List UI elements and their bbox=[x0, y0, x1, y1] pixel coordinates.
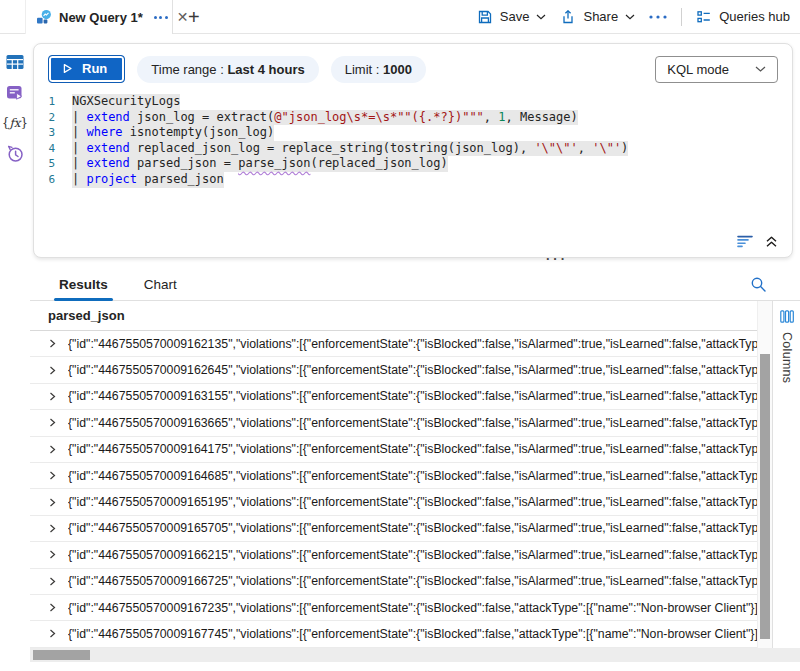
line-number: 6 bbox=[34, 172, 72, 188]
grid-rows: {"id":"4467550570009162135","violations"… bbox=[30, 331, 757, 648]
table-row[interactable]: {"id":"4467550570009166215","violations"… bbox=[30, 542, 757, 568]
play-icon bbox=[62, 63, 73, 74]
query-mode-select[interactable]: KQL mode bbox=[655, 56, 778, 83]
vertical-scrollbar-thumb[interactable] bbox=[760, 354, 770, 639]
row-expand-icon[interactable] bbox=[48, 366, 57, 375]
history-icon[interactable] bbox=[6, 145, 24, 163]
table-row[interactable]: {"id":"4467550570009167745","violations"… bbox=[30, 621, 757, 647]
row-json-value: {"id":"4467550570009165195","violations"… bbox=[68, 495, 757, 509]
table-row[interactable]: {"id":"4467550570009163155","violations"… bbox=[30, 384, 757, 410]
tab-more-icon[interactable] bbox=[154, 16, 168, 19]
row-expand-icon[interactable] bbox=[48, 577, 57, 586]
saved-queries-icon[interactable] bbox=[6, 85, 24, 101]
time-range-picker[interactable]: Time range : Last 4 hours bbox=[137, 56, 318, 83]
table-row[interactable]: {"id":"4467550570009162645","violations"… bbox=[30, 357, 757, 383]
tab-close-icon[interactable]: ✕ bbox=[177, 10, 189, 24]
line-number: 3 bbox=[34, 125, 72, 141]
code-text: | extend json_log = extract(@"json_log\s… bbox=[72, 110, 578, 126]
code-line[interactable]: 6| project parsed_json bbox=[34, 172, 792, 188]
code-text: | project parsed_json bbox=[72, 172, 224, 188]
save-button[interactable]: Save bbox=[477, 9, 547, 25]
columns-icon bbox=[780, 310, 794, 323]
row-json-value: {"id":"4467550570009166725","violations"… bbox=[68, 574, 757, 588]
row-json-value: {"id":"4467550570009166215","violations"… bbox=[68, 548, 757, 562]
row-expand-icon[interactable] bbox=[48, 524, 57, 533]
bottom-gap bbox=[30, 662, 800, 671]
chevron-down-icon bbox=[755, 66, 766, 73]
save-icon bbox=[477, 9, 493, 25]
more-commands-button[interactable] bbox=[649, 15, 667, 19]
column-header-label: parsed_json bbox=[48, 308, 125, 323]
left-rail: {ƒx} bbox=[0, 34, 30, 671]
search-icon[interactable] bbox=[750, 276, 767, 293]
line-number: 5 bbox=[34, 156, 72, 172]
code-editor[interactable]: 1NGXSecurityLogs2| extend json_log = ext… bbox=[34, 94, 792, 188]
editor-actions bbox=[737, 235, 778, 248]
table-row[interactable]: {"id":"4467550570009162135","violations"… bbox=[30, 331, 757, 357]
vertical-scrollbar[interactable] bbox=[757, 301, 772, 648]
share-label: Share bbox=[583, 9, 618, 24]
code-line[interactable]: 1NGXSecurityLogs bbox=[34, 94, 792, 110]
line-number: 1 bbox=[34, 94, 72, 110]
row-json-value: {"id":"4467550570009163155","violations"… bbox=[68, 389, 757, 403]
row-expand-icon[interactable] bbox=[48, 471, 57, 480]
row-expand-icon[interactable] bbox=[48, 550, 57, 559]
code-text: | where isnotempty(json_log) bbox=[72, 125, 274, 141]
row-expand-icon[interactable] bbox=[48, 498, 57, 507]
collapse-editor-icon[interactable] bbox=[765, 235, 778, 248]
functions-icon[interactable]: {ƒx} bbox=[2, 116, 29, 130]
tables-icon[interactable] bbox=[6, 54, 24, 70]
row-expand-icon[interactable] bbox=[48, 392, 57, 401]
tab-results[interactable]: Results bbox=[59, 277, 108, 300]
results-tab-row: Results Chart bbox=[30, 272, 800, 301]
limit-label: Limit : bbox=[345, 62, 380, 77]
horizontal-scrollbar[interactable] bbox=[30, 648, 800, 662]
row-expand-icon[interactable] bbox=[48, 445, 57, 454]
share-button[interactable]: Share bbox=[560, 9, 635, 25]
table-row[interactable]: {"id":"4467550570009165705","violations"… bbox=[30, 516, 757, 542]
column-header-parsed-json[interactable]: parsed_json bbox=[30, 301, 757, 331]
active-tab-underline bbox=[54, 298, 113, 301]
run-label: Run bbox=[82, 61, 107, 76]
table-row[interactable]: {"id":"4467550570009165195","violations"… bbox=[30, 489, 757, 515]
query-editor-panel: Run Time range : Last 4 hours Limit : 10… bbox=[33, 43, 793, 258]
row-json-value: {"id":"4467550570009162135","violations"… bbox=[68, 337, 757, 351]
tab-chart[interactable]: Chart bbox=[144, 277, 177, 300]
share-icon bbox=[560, 9, 576, 25]
table-row[interactable]: {"id":"4467550570009166725","violations"… bbox=[30, 569, 757, 595]
code-line[interactable]: 5| extend parsed_json = parse_json(repla… bbox=[34, 156, 792, 172]
time-range-label: Time range : bbox=[151, 62, 224, 77]
code-line[interactable]: 3| where isnotempty(json_log) bbox=[34, 125, 792, 141]
row-expand-icon[interactable] bbox=[48, 629, 57, 638]
new-tab-button[interactable]: + bbox=[188, 7, 200, 27]
table-row[interactable]: {"id":"4467550570009164685","violations"… bbox=[30, 463, 757, 489]
view-options-icon[interactable] bbox=[737, 235, 754, 248]
columns-panel-tab[interactable]: Columns bbox=[772, 301, 800, 648]
code-line[interactable]: 4| extend replaced_json_log = replace_st… bbox=[34, 141, 792, 157]
tab-chart-label: Chart bbox=[144, 277, 177, 292]
query-toolbar: Run Time range : Last 4 hours Limit : 10… bbox=[34, 44, 792, 87]
table-row[interactable]: {"id":"4467550570009164175","violations"… bbox=[30, 437, 757, 463]
tab-bar: New Query 1* ✕ + Save Share bbox=[0, 0, 800, 34]
row-json-value: {"id":"4467550570009162645","violations"… bbox=[68, 363, 757, 377]
row-expand-icon[interactable] bbox=[48, 339, 57, 348]
line-number: 2 bbox=[34, 110, 72, 126]
query-tab[interactable]: New Query 1* ✕ bbox=[25, 0, 173, 34]
queries-hub-icon bbox=[696, 9, 712, 25]
code-line[interactable]: 2| extend json_log = extract(@"json_log\… bbox=[34, 110, 792, 126]
tab-title: New Query 1* bbox=[59, 10, 143, 25]
table-row[interactable]: {"id":"4467550570009167235","violations"… bbox=[30, 595, 757, 621]
row-json-value: {"id":"4467550570009164175","violations"… bbox=[68, 442, 757, 456]
row-expand-icon[interactable] bbox=[48, 603, 57, 612]
code-lines: 1NGXSecurityLogs2| extend json_log = ext… bbox=[34, 94, 792, 188]
run-button[interactable]: Run bbox=[48, 55, 125, 83]
horizontal-scrollbar-thumb[interactable] bbox=[33, 650, 90, 660]
table-row[interactable]: {"id":"4467550570009163665","violations"… bbox=[30, 410, 757, 436]
results-grid: parsed_json {"id":"4467550570009162135",… bbox=[30, 301, 757, 648]
panel-resize-handle[interactable]: ··· bbox=[546, 251, 568, 266]
chevron-down-icon bbox=[536, 14, 546, 20]
limit-picker[interactable]: Limit : 1000 bbox=[331, 56, 426, 83]
chevron-down-icon bbox=[625, 14, 635, 20]
queries-hub-button[interactable]: Queries hub bbox=[696, 9, 790, 25]
row-expand-icon[interactable] bbox=[48, 418, 57, 427]
